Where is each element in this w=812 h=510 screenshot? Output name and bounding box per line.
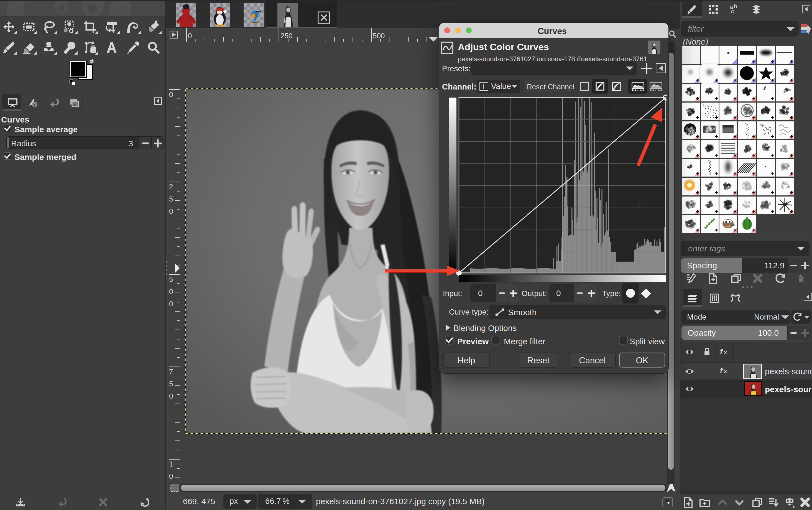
svg-text:0: 0 bbox=[188, 32, 192, 40]
svg-text:5: 5 bbox=[169, 195, 173, 203]
svg-text:0: 0 bbox=[169, 392, 173, 400]
svg-text:0: 0 bbox=[169, 287, 173, 296]
svg-text:5: 5 bbox=[169, 380, 173, 388]
svg-text:500: 500 bbox=[373, 32, 385, 40]
svg-text:7: 7 bbox=[169, 368, 173, 376]
svg-text:c: c bbox=[731, 8, 734, 15]
svg-text:250: 250 bbox=[281, 32, 292, 40]
svg-text:x: x bbox=[724, 368, 727, 374]
svg-text:f: f bbox=[720, 349, 723, 356]
svg-text:f: f bbox=[720, 368, 723, 375]
svg-text:0: 0 bbox=[169, 207, 173, 215]
svg-text:2: 2 bbox=[169, 183, 173, 191]
svg-text:5: 5 bbox=[169, 275, 173, 284]
svg-text:0: 0 bbox=[169, 472, 173, 480]
svg-text:b: b bbox=[734, 4, 737, 9]
svg-text:1: 1 bbox=[169, 460, 173, 468]
svg-text:x: x bbox=[724, 349, 727, 355]
svg-text:0: 0 bbox=[169, 90, 173, 99]
svg-text:i: i bbox=[34, 102, 35, 108]
svg-text:0: 0 bbox=[169, 300, 173, 308]
